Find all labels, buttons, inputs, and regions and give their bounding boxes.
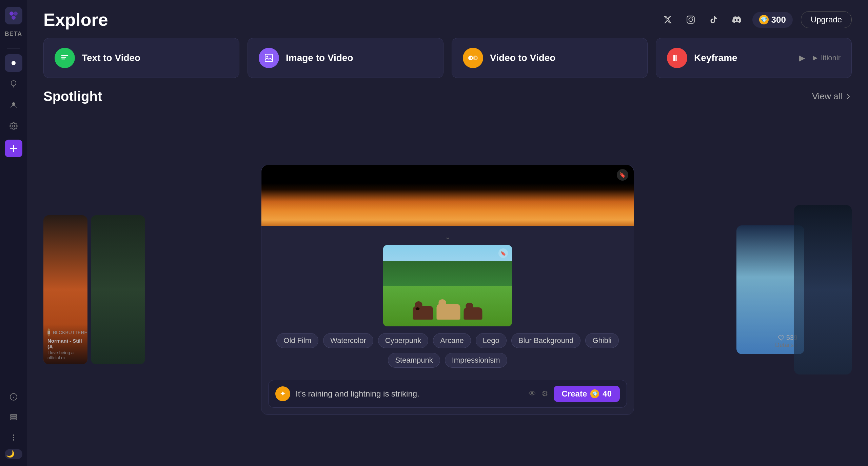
sidebar: BETA — [0, 0, 27, 466]
main-content: Explore 💎 300 Upgrade — [27, 0, 868, 466]
spotlight-card-right-far[interactable] — [794, 205, 852, 374]
image-to-video-icon — [259, 48, 279, 68]
style-tag-arcane[interactable]: Arcane — [433, 333, 471, 348]
svg-rect-19 — [675, 55, 677, 61]
input-action-group: 👁 ⚙ Create 💎 40 — [529, 386, 620, 402]
expand-icon[interactable]: ⌄ — [445, 233, 451, 241]
spotlight-header: Spotlight View all — [43, 89, 852, 104]
keyframe-label: Keyframe — [694, 53, 737, 63]
style-tag-cyberpunk[interactable]: Cyberpunk — [378, 333, 428, 348]
svg-point-15 — [692, 17, 693, 18]
spotlight-main-card: 🔖 ⌄ — [261, 165, 634, 415]
video-preview-top[interactable]: 🔖 — [261, 165, 634, 226]
left-far-desc: I love being a official m — [47, 350, 83, 360]
credits-display[interactable]: 💎 300 — [752, 12, 793, 28]
left-far-username: BLCKBUTTERFL — [53, 330, 87, 335]
prompt-input[interactable] — [296, 389, 523, 399]
video-bookmark-top[interactable]: 🔖 — [617, 169, 628, 181]
feature-card-text-to-video[interactable]: Text to Video — [43, 38, 239, 78]
sidebar-item-settings[interactable] — [5, 117, 22, 135]
create-button[interactable]: Create 💎 40 — [554, 386, 620, 402]
style-tag-impressionism[interactable]: Impressionism — [445, 353, 507, 368]
feature-card-image-to-video[interactable]: Image to Video — [248, 38, 443, 78]
keyframe-icon — [667, 48, 687, 68]
prompt-input-bar: ✦ 👁 ⚙ Create 💎 40 — [268, 380, 627, 408]
svg-point-17 — [267, 56, 268, 58]
spotlight-carousel: B BLCKBUTTERFL Normani - Still (A I love… — [43, 114, 852, 466]
settings-icon[interactable]: ⚙ — [541, 389, 548, 398]
gem-icon: 💎 — [759, 15, 769, 24]
create-gem-icon: 💎 — [590, 389, 599, 398]
create-button[interactable] — [5, 140, 22, 157]
style-tag-lego[interactable]: Lego — [476, 333, 507, 348]
spotlight-card-left-far[interactable]: B BLCKBUTTERFL Normani - Still (A I love… — [43, 215, 87, 364]
video-to-video-icon — [463, 48, 483, 68]
keyframe-arrow: ▶ — [799, 53, 805, 63]
style-tag-watercolor[interactable]: Watercolor — [323, 333, 373, 348]
svg-point-12 — [13, 439, 14, 441]
video-thumbnail[interactable]: 🔖 — [383, 245, 512, 326]
svg-rect-8 — [11, 417, 17, 418]
sidebar-item-profile[interactable] — [5, 96, 22, 114]
style-tag-steampunk[interactable]: Steampunk — [388, 353, 440, 368]
svg-point-2 — [12, 16, 16, 20]
style-tags: Old Film Watercolor Cyberpunk Arcane Leg… — [268, 333, 627, 368]
view-all-button[interactable]: View all — [812, 91, 852, 102]
discord-icon[interactable] — [729, 12, 744, 27]
feature-cards-row: Text to Video Image to Video Video to Vi… — [27, 38, 868, 89]
cow-2 — [437, 304, 460, 320]
sidebar-item-info[interactable] — [5, 388, 22, 406]
cow-1-spots — [416, 307, 420, 310]
left-far-avatar: B — [47, 328, 50, 337]
svg-rect-16 — [265, 54, 273, 62]
style-tag-old-film[interactable]: Old Film — [276, 333, 318, 348]
sidebar-item-ideas[interactable] — [5, 75, 22, 93]
svg-point-4 — [12, 102, 15, 105]
svg-rect-9 — [11, 419, 17, 420]
svg-point-14 — [689, 18, 692, 22]
svg-point-0 — [9, 12, 14, 16]
sidebar-item-home[interactable] — [5, 54, 22, 72]
cow-1 — [413, 306, 433, 320]
sidebar-item-history[interactable] — [5, 408, 22, 426]
cow-group — [413, 304, 482, 320]
svg-rect-13 — [687, 16, 694, 23]
header: Explore 💎 300 Upgrade — [27, 0, 868, 38]
sidebar-bottom — [5, 388, 22, 459]
svg-rect-7 — [11, 414, 17, 416]
tiktok-icon[interactable] — [706, 12, 721, 27]
logo[interactable] — [5, 7, 22, 24]
sidebar-divider — [7, 48, 20, 49]
upgrade-button[interactable]: Upgrade — [801, 11, 852, 28]
svg-point-10 — [13, 434, 14, 436]
svg-point-11 — [13, 437, 14, 438]
image-to-video-label: Image to Video — [286, 53, 353, 63]
thumbnail-bookmark[interactable]: 🔖 — [498, 248, 508, 258]
keyframe-suffix: ► litionir — [812, 54, 841, 62]
left-far-title: Normani - Still (A — [47, 338, 83, 349]
beta-label: BETA — [5, 31, 22, 38]
page-title: Explore — [43, 9, 108, 30]
style-tag-ghibli[interactable]: Ghibli — [585, 333, 618, 348]
spotlight-card-left[interactable] — [91, 215, 145, 364]
sidebar-item-more[interactable] — [5, 429, 22, 446]
preview-icon[interactable]: 👁 — [529, 389, 536, 398]
svg-rect-18 — [673, 55, 675, 61]
style-tag-blur-background[interactable]: Blur Background — [511, 333, 581, 348]
text-to-video-icon — [55, 48, 75, 68]
text-to-video-label: Text to Video — [82, 53, 140, 63]
feature-card-video-to-video[interactable]: Video to Video — [452, 38, 648, 78]
cow-3 — [464, 307, 482, 320]
svg-point-5 — [13, 125, 15, 127]
header-actions: 💎 300 Upgrade — [660, 11, 852, 28]
svg-point-3 — [12, 61, 16, 65]
instagram-icon[interactable] — [683, 12, 698, 27]
feature-card-keyframe[interactable]: Keyframe ▶ ► litionir — [656, 38, 852, 78]
spotlight-section: Spotlight View all B BLCKBUTTERFL Norman… — [27, 89, 868, 466]
twitter-x-icon[interactable] — [660, 12, 675, 27]
credits-count: 300 — [771, 15, 786, 25]
card-middle: ⌄ — [261, 226, 634, 380]
dark-mode-toggle[interactable] — [5, 449, 22, 459]
spotlight-title: Spotlight — [43, 89, 102, 104]
svg-point-1 — [14, 12, 18, 16]
